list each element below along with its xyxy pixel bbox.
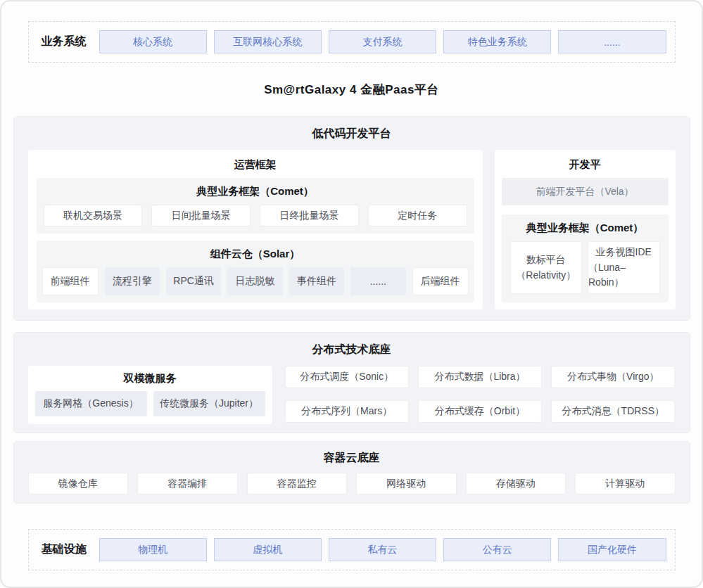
solar-component-panel: 组件云仓（Solar） 前端组件 流程引擎 RPC通讯 日志脱敏 事件组件 ..…: [37, 241, 474, 302]
chip-compute-driver: 计算驱动: [575, 473, 676, 494]
chip-internet-core-system: 互联网核心系统: [214, 30, 322, 53]
chip-storage-driver: 存储驱动: [466, 473, 566, 494]
dev-comet-items-row: 数标平台 （Relativity） 业务视图IDE （Luna–Robin）: [502, 241, 669, 294]
business-systems-label: 业务系统: [29, 34, 99, 49]
dual-mode-microservice-panel: 双模微服务 服务网格（Genesis） 传统微服务（Jupiter）: [28, 366, 272, 424]
lowcode-platform-title: 低代码开发平台: [14, 117, 690, 150]
chip-backend-component: 后端组件: [412, 267, 469, 295]
chip-private-cloud: 私有云: [329, 538, 436, 561]
distributed-services-grid: 分布式调度（Sonic） 分布式数据（Libra） 分布式事物（Virgo） 分…: [285, 366, 676, 424]
chip-distributed-cache-orbit: 分布式缓存（Orbit）: [418, 400, 542, 423]
distributed-base-box: 分布式技术底座 双模微服务 服务网格（Genesis） 传统微服务（Jupite…: [13, 332, 690, 433]
chip-line: （Luna–Robin）: [588, 260, 659, 290]
comet-items-row: 联机交易场景 日间批量场景 日终批量场景 定时任务: [37, 205, 474, 234]
lowcode-platform-box: 低代码开发平台 运营框架 典型业务框架（Comet） 联机交易场景 日间批量场景…: [13, 116, 690, 321]
chip-container-monitoring: 容器监控: [247, 473, 348, 494]
operation-framework-panel: 运营框架 典型业务框架（Comet） 联机交易场景 日间批量场景 日终批量场景 …: [28, 150, 483, 309]
chip-line: （Relativity）: [516, 268, 576, 283]
comet-framework-title: 典型业务框架（Comet）: [37, 178, 474, 205]
chip-dayend-batch-scene: 日终批量场景: [260, 205, 359, 226]
infrastructure-band: 基础设施 物理机 虚拟机 私有云 公有云 国产化硬件: [28, 529, 676, 570]
chip-daytime-batch-scene: 日间批量场景: [151, 205, 251, 226]
chip-data-standard-platform-relativity: 数标平台 （Relativity）: [510, 241, 583, 294]
chip-physical-machine: 物理机: [99, 538, 207, 561]
chip-scheduled-task: 定时任务: [368, 205, 467, 226]
chip-container-orchestration: 容器编排: [137, 473, 238, 494]
chip-distributed-scheduling-sonic: 分布式调度（Sonic）: [285, 366, 409, 388]
chip-public-cloud: 公有云: [443, 538, 551, 561]
container-cloud-box: 容器云底座 镜像仓库 容器编排 容器监控 网络驱动 存储驱动 计算驱动: [13, 441, 690, 504]
chip-network-driver: 网络驱动: [356, 473, 457, 494]
architecture-diagram: 业务系统 核心系统 互联网核心系统 支付系统 特色业务系统 ...... Sm@…: [0, 0, 703, 588]
solar-items-row: 前端组件 流程引擎 RPC通讯 日志脱敏 事件组件 ...... 后端组件: [37, 267, 474, 302]
chip-core-system: 核心系统: [99, 30, 207, 53]
lowcode-content-row: 运营框架 典型业务框架（Comet） 联机交易场景 日间批量场景 日终批量场景 …: [14, 150, 690, 320]
chip-frontend-dev-platform-vela: 前端开发平台（Vela）: [502, 178, 669, 205]
chip-line: 业务视图IDE: [596, 245, 652, 260]
chip-service-mesh-genesis: 服务网格（Genesis）: [35, 391, 147, 416]
dual-mode-microservice-title: 双模微服务: [35, 366, 265, 391]
distributed-base-title: 分布式技术底座: [14, 333, 690, 366]
dev-platform-panel: 开发平 前端开发平台（Vela） 典型业务框架（Comet） 数标平台 （Rel…: [495, 150, 676, 309]
chip-solar-ellipsis: ......: [350, 267, 405, 295]
chip-line: 数标平台: [526, 253, 566, 268]
business-systems-band: 业务系统 核心系统 互联网核心系统 支付系统 特色业务系统 ......: [28, 21, 676, 63]
infrastructure-label: 基础设施: [29, 542, 99, 557]
chip-distributed-data-libra: 分布式数据（Libra）: [418, 366, 542, 388]
chip-business-view-ide-luna-robin: 业务视图IDE （Luna–Robin）: [588, 241, 660, 294]
chip-online-trading-scene: 联机交易场景: [44, 205, 143, 226]
chip-event-component: 事件组件: [289, 267, 344, 295]
chip-virtual-machine: 虚拟机: [214, 538, 322, 561]
dev-comet-panel: 典型业务框架（Comet） 数标平台 （Relativity） 业务视图IDE …: [502, 215, 669, 302]
chip-domestic-hardware: 国产化硬件: [558, 538, 666, 561]
chip-process-engine: 流程引擎: [105, 267, 160, 295]
chip-distributed-transaction-virgo: 分布式事物（Virgo）: [551, 366, 675, 388]
dual-mode-items-row: 服务网格（Genesis） 传统微服务（Jupiter）: [35, 391, 265, 416]
infrastructure-items: 物理机 虚拟机 私有云 公有云 国产化硬件: [99, 538, 675, 561]
chip-payment-system: 支付系统: [329, 30, 436, 53]
container-cloud-title: 容器云底座: [14, 442, 690, 473]
chip-distributed-sequence-mars: 分布式序列（Mars）: [285, 400, 409, 423]
comet-framework-panel: 典型业务框架（Comet） 联机交易场景 日间批量场景 日终批量场景 定时任务: [37, 178, 474, 234]
chip-image-registry: 镜像仓库: [28, 473, 129, 494]
chip-special-business-system: 特色业务系统: [443, 30, 551, 53]
operation-framework-title: 运营框架: [28, 150, 483, 178]
chip-rpc-communication: RPC通讯: [166, 267, 221, 295]
business-systems-items: 核心系统 互联网核心系统 支付系统 特色业务系统 ......: [99, 30, 675, 53]
chip-distributed-message-tdrss: 分布式消息（TDRSS）: [551, 400, 675, 423]
chip-log-masking: 日志脱敏: [227, 267, 282, 295]
dev-comet-title: 典型业务框架（Comet）: [502, 215, 669, 241]
platform-title: Sm@rtGalaxy 4 金融Paas平台: [1, 63, 702, 116]
dev-platform-title: 开发平: [495, 150, 676, 178]
container-cloud-items-row: 镜像仓库 容器编排 容器监控 网络驱动 存储驱动 计算驱动: [14, 473, 690, 494]
chip-traditional-microservice-jupiter: 传统微服务（Jupiter）: [153, 391, 265, 416]
chip-business-ellipsis: ......: [558, 30, 666, 53]
distributed-content-row: 双模微服务 服务网格（Genesis） 传统微服务（Jupiter） 分布式调度…: [14, 366, 690, 424]
chip-frontend-component: 前端组件: [42, 267, 99, 295]
solar-component-title: 组件云仓（Solar）: [37, 241, 474, 267]
